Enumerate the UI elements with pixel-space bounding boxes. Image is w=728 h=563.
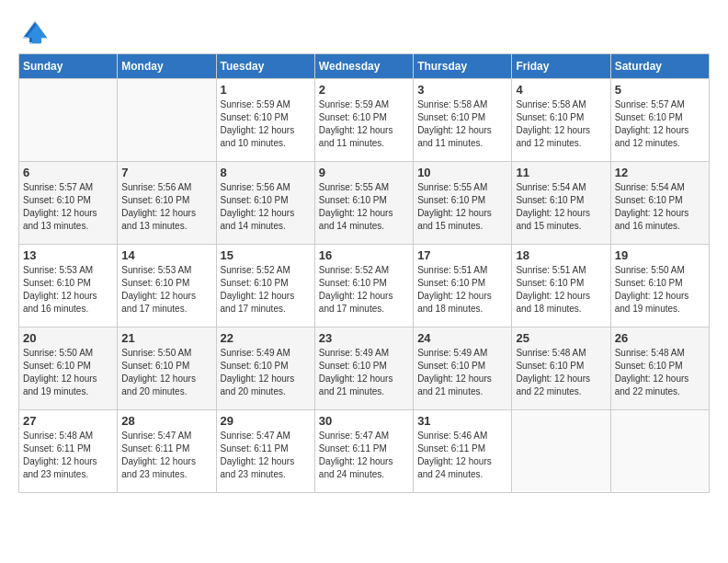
calendar-cell: 27Sunrise: 5:48 AM Sunset: 6:11 PM Dayli…	[19, 410, 118, 493]
day-info: Sunrise: 5:50 AM Sunset: 6:10 PM Dayligh…	[615, 264, 705, 316]
column-header-monday: Monday	[118, 54, 216, 79]
calendar-week-1: 1Sunrise: 5:59 AM Sunset: 6:10 PM Daylig…	[19, 79, 710, 162]
day-number: 6	[23, 166, 113, 179]
day-info: Sunrise: 5:57 AM Sunset: 6:10 PM Dayligh…	[615, 98, 705, 150]
calendar-cell: 3Sunrise: 5:58 AM Sunset: 6:10 PM Daylig…	[414, 79, 512, 162]
calendar-cell: 12Sunrise: 5:54 AM Sunset: 6:10 PM Dayli…	[610, 162, 709, 245]
calendar-cell: 4Sunrise: 5:58 AM Sunset: 6:10 PM Daylig…	[512, 79, 610, 162]
day-info: Sunrise: 5:58 AM Sunset: 6:10 PM Dayligh…	[516, 98, 606, 150]
day-number: 22	[221, 331, 311, 345]
calendar-cell: 8Sunrise: 5:56 AM Sunset: 6:10 PM Daylig…	[216, 162, 314, 245]
day-info: Sunrise: 5:50 AM Sunset: 6:10 PM Dayligh…	[23, 347, 113, 398]
day-info: Sunrise: 5:47 AM Sunset: 6:11 PM Dayligh…	[319, 430, 409, 481]
day-number: 9	[319, 166, 409, 179]
day-info: Sunrise: 5:57 AM Sunset: 6:10 PM Dayligh…	[23, 181, 113, 233]
calendar-cell: 2Sunrise: 5:59 AM Sunset: 6:10 PM Daylig…	[314, 79, 413, 162]
calendar-cell	[118, 79, 216, 162]
calendar-header-row: SundayMondayTuesdayWednesdayThursdayFrid…	[19, 54, 710, 79]
calendar-cell: 15Sunrise: 5:52 AM Sunset: 6:10 PM Dayli…	[216, 245, 314, 327]
day-info: Sunrise: 5:49 AM Sunset: 6:10 PM Dayligh…	[221, 347, 311, 398]
day-info: Sunrise: 5:47 AM Sunset: 6:11 PM Dayligh…	[221, 430, 311, 481]
calendar-cell: 7Sunrise: 5:56 AM Sunset: 6:10 PM Daylig…	[118, 162, 216, 245]
column-header-tuesday: Tuesday	[216, 54, 314, 79]
calendar-cell: 22Sunrise: 5:49 AM Sunset: 6:10 PM Dayli…	[216, 327, 314, 410]
calendar-cell: 16Sunrise: 5:52 AM Sunset: 6:10 PM Dayli…	[314, 245, 413, 327]
day-info: Sunrise: 5:55 AM Sunset: 6:10 PM Dayligh…	[417, 181, 507, 233]
day-info: Sunrise: 5:48 AM Sunset: 6:10 PM Dayligh…	[516, 347, 606, 398]
day-number: 2	[319, 83, 409, 97]
day-number: 20	[23, 331, 113, 345]
logo	[18, 18, 48, 44]
column-header-thursday: Thursday	[414, 54, 512, 79]
calendar-cell: 9Sunrise: 5:55 AM Sunset: 6:10 PM Daylig…	[314, 162, 413, 245]
day-info: Sunrise: 5:48 AM Sunset: 6:11 PM Dayligh…	[23, 430, 113, 481]
calendar-cell: 11Sunrise: 5:54 AM Sunset: 6:10 PM Dayli…	[512, 162, 610, 245]
calendar-cell	[610, 410, 709, 493]
day-number: 16	[319, 248, 409, 262]
calendar-week-5: 27Sunrise: 5:48 AM Sunset: 6:11 PM Dayli…	[19, 410, 710, 493]
calendar-cell: 24Sunrise: 5:49 AM Sunset: 6:10 PM Dayli…	[414, 327, 512, 410]
calendar-week-2: 6Sunrise: 5:57 AM Sunset: 6:10 PM Daylig…	[19, 162, 710, 245]
calendar-cell: 1Sunrise: 5:59 AM Sunset: 6:10 PM Daylig…	[216, 79, 314, 162]
day-number: 28	[121, 414, 211, 428]
day-info: Sunrise: 5:49 AM Sunset: 6:10 PM Dayligh…	[417, 347, 507, 398]
calendar-cell: 17Sunrise: 5:51 AM Sunset: 6:10 PM Dayli…	[414, 245, 512, 327]
day-info: Sunrise: 5:46 AM Sunset: 6:11 PM Dayligh…	[417, 430, 507, 481]
calendar-cell	[512, 410, 610, 493]
calendar-cell: 19Sunrise: 5:50 AM Sunset: 6:10 PM Dayli…	[610, 245, 709, 327]
column-header-wednesday: Wednesday	[314, 54, 413, 79]
day-info: Sunrise: 5:47 AM Sunset: 6:11 PM Dayligh…	[121, 430, 211, 481]
day-number: 23	[319, 331, 409, 345]
calendar-cell: 30Sunrise: 5:47 AM Sunset: 6:11 PM Dayli…	[314, 410, 413, 493]
day-info: Sunrise: 5:58 AM Sunset: 6:10 PM Dayligh…	[417, 98, 507, 150]
day-info: Sunrise: 5:55 AM Sunset: 6:10 PM Dayligh…	[319, 181, 409, 233]
day-number: 3	[417, 83, 507, 97]
day-number: 18	[516, 248, 606, 262]
day-number: 19	[615, 248, 705, 262]
calendar-cell: 31Sunrise: 5:46 AM Sunset: 6:11 PM Dayli…	[414, 410, 512, 493]
day-info: Sunrise: 5:52 AM Sunset: 6:10 PM Dayligh…	[221, 264, 311, 316]
day-info: Sunrise: 5:54 AM Sunset: 6:10 PM Dayligh…	[516, 181, 606, 233]
day-info: Sunrise: 5:51 AM Sunset: 6:10 PM Dayligh…	[516, 264, 606, 316]
day-info: Sunrise: 5:56 AM Sunset: 6:10 PM Dayligh…	[221, 181, 311, 233]
column-header-friday: Friday	[512, 54, 610, 79]
calendar-cell: 6Sunrise: 5:57 AM Sunset: 6:10 PM Daylig…	[19, 162, 118, 245]
day-info: Sunrise: 5:48 AM Sunset: 6:10 PM Dayligh…	[615, 347, 705, 398]
day-info: Sunrise: 5:59 AM Sunset: 6:10 PM Dayligh…	[319, 98, 409, 150]
calendar-cell: 20Sunrise: 5:50 AM Sunset: 6:10 PM Dayli…	[19, 327, 118, 410]
day-number: 11	[516, 166, 606, 179]
calendar-cell: 14Sunrise: 5:53 AM Sunset: 6:10 PM Dayli…	[118, 245, 216, 327]
calendar-cell: 10Sunrise: 5:55 AM Sunset: 6:10 PM Dayli…	[414, 162, 512, 245]
day-number: 21	[121, 331, 211, 345]
day-number: 30	[319, 414, 409, 428]
logo-icon	[22, 18, 48, 44]
day-info: Sunrise: 5:59 AM Sunset: 6:10 PM Dayligh…	[221, 98, 311, 150]
day-number: 14	[121, 248, 211, 262]
calendar-cell: 25Sunrise: 5:48 AM Sunset: 6:10 PM Dayli…	[512, 327, 610, 410]
day-number: 25	[516, 331, 606, 345]
calendar-week-3: 13Sunrise: 5:53 AM Sunset: 6:10 PM Dayli…	[19, 245, 710, 327]
day-info: Sunrise: 5:56 AM Sunset: 6:10 PM Dayligh…	[121, 181, 211, 233]
day-info: Sunrise: 5:51 AM Sunset: 6:10 PM Dayligh…	[417, 264, 507, 316]
day-number: 17	[417, 248, 507, 262]
calendar-cell: 29Sunrise: 5:47 AM Sunset: 6:11 PM Dayli…	[216, 410, 314, 493]
calendar-cell: 13Sunrise: 5:53 AM Sunset: 6:10 PM Dayli…	[19, 245, 118, 327]
column-header-saturday: Saturday	[610, 54, 709, 79]
day-info: Sunrise: 5:49 AM Sunset: 6:10 PM Dayligh…	[319, 347, 409, 398]
day-info: Sunrise: 5:50 AM Sunset: 6:10 PM Dayligh…	[121, 347, 211, 398]
day-number: 5	[615, 83, 705, 97]
calendar-cell: 18Sunrise: 5:51 AM Sunset: 6:10 PM Dayli…	[512, 245, 610, 327]
calendar-cell: 26Sunrise: 5:48 AM Sunset: 6:10 PM Dayli…	[610, 327, 709, 410]
day-number: 10	[417, 166, 507, 179]
page-header	[18, 18, 710, 44]
calendar-cell: 23Sunrise: 5:49 AM Sunset: 6:10 PM Dayli…	[314, 327, 413, 410]
day-number: 12	[615, 166, 705, 179]
day-number: 27	[23, 414, 113, 428]
column-header-sunday: Sunday	[19, 54, 118, 79]
day-info: Sunrise: 5:52 AM Sunset: 6:10 PM Dayligh…	[319, 264, 409, 316]
calendar-cell: 28Sunrise: 5:47 AM Sunset: 6:11 PM Dayli…	[118, 410, 216, 493]
calendar-cell	[19, 79, 118, 162]
day-number: 24	[417, 331, 507, 345]
calendar-cell: 5Sunrise: 5:57 AM Sunset: 6:10 PM Daylig…	[610, 79, 709, 162]
calendar-cell: 21Sunrise: 5:50 AM Sunset: 6:10 PM Dayli…	[118, 327, 216, 410]
